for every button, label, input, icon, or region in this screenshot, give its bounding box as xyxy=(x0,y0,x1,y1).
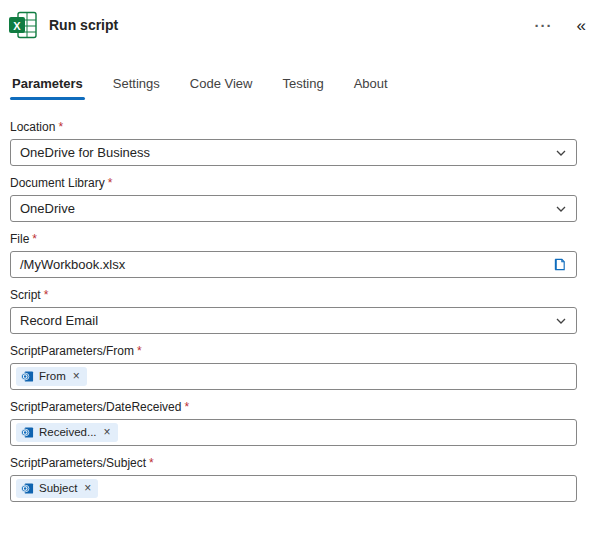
field-file: File* /MyWorkbook.xlsx xyxy=(10,232,577,278)
collapse-panel-button[interactable]: « xyxy=(573,15,590,36)
panel-header: X Run script ··· « xyxy=(0,0,604,44)
remove-token-icon[interactable]: × xyxy=(104,425,111,441)
required-asterisk: * xyxy=(149,456,154,470)
remove-token-icon[interactable]: × xyxy=(73,369,80,385)
dynamic-content-token[interactable]: Received... × xyxy=(16,423,118,443)
field-label: ScriptParameters/From* xyxy=(10,344,577,358)
field-scriptparameters-subject: ScriptParameters/Subject* Subject × xyxy=(10,456,577,502)
tab-parameters[interactable]: Parameters xyxy=(10,72,85,100)
chevron-down-icon xyxy=(555,315,567,327)
run-script-action-panel: X Run script ··· « Parameters Settings C… xyxy=(0,0,604,539)
token-label: Received... xyxy=(39,425,97,440)
parameters-form: Location* OneDrive for Business Document… xyxy=(0,100,604,502)
field-document-library: Document Library* OneDrive xyxy=(10,176,577,222)
field-label: Script* xyxy=(10,288,577,302)
field-label-text: ScriptParameters/From xyxy=(10,344,134,358)
field-label: ScriptParameters/Subject* xyxy=(10,456,577,470)
subject-token-input[interactable]: Subject × xyxy=(10,475,577,502)
field-label-text: ScriptParameters/DateReceived xyxy=(10,400,181,414)
field-label: ScriptParameters/DateReceived* xyxy=(10,400,577,414)
chevron-down-icon xyxy=(555,203,567,215)
token-label: From xyxy=(39,369,66,384)
field-label: Document Library* xyxy=(10,176,577,190)
tab-about[interactable]: About xyxy=(352,72,390,100)
svg-text:X: X xyxy=(13,20,21,32)
field-label: File* xyxy=(10,232,577,246)
select-value: OneDrive xyxy=(20,201,555,216)
tab-settings[interactable]: Settings xyxy=(111,72,162,100)
outlook-icon xyxy=(21,482,34,495)
file-picker-icon[interactable] xyxy=(552,257,567,272)
document-library-select[interactable]: OneDrive xyxy=(10,195,577,222)
select-value: Record Email xyxy=(20,313,555,328)
field-label: Location* xyxy=(10,120,577,134)
field-label-text: File xyxy=(10,232,29,246)
required-asterisk: * xyxy=(184,400,189,414)
location-select[interactable]: OneDrive for Business xyxy=(10,139,577,166)
file-input[interactable]: /MyWorkbook.xlsx xyxy=(10,251,577,278)
field-label-text: Document Library xyxy=(10,176,105,190)
tab-bar: Parameters Settings Code View Testing Ab… xyxy=(0,44,604,100)
excel-icon: X xyxy=(8,10,38,40)
script-select[interactable]: Record Email xyxy=(10,307,577,334)
tab-testing[interactable]: Testing xyxy=(280,72,325,100)
required-asterisk: * xyxy=(108,176,113,190)
field-location: Location* OneDrive for Business xyxy=(10,120,577,166)
from-token-input[interactable]: From × xyxy=(10,363,577,390)
tab-code-view[interactable]: Code View xyxy=(188,72,255,100)
field-label-text: ScriptParameters/Subject xyxy=(10,456,146,470)
datereceived-token-input[interactable]: Received... × xyxy=(10,419,577,446)
header-actions: ··· « xyxy=(531,15,590,36)
remove-token-icon[interactable]: × xyxy=(84,481,91,497)
chevron-down-icon xyxy=(555,147,567,159)
outlook-icon xyxy=(21,426,34,439)
field-scriptparameters-datereceived: ScriptParameters/DateReceived* Received.… xyxy=(10,400,577,446)
outlook-icon xyxy=(21,370,34,383)
required-asterisk: * xyxy=(58,120,63,134)
field-scriptparameters-from: ScriptParameters/From* From × xyxy=(10,344,577,390)
dynamic-content-token[interactable]: From × xyxy=(16,367,87,387)
file-input-value: /MyWorkbook.xlsx xyxy=(20,257,552,272)
token-label: Subject xyxy=(39,481,77,496)
select-value: OneDrive for Business xyxy=(20,145,555,160)
field-script: Script* Record Email xyxy=(10,288,577,334)
required-asterisk: * xyxy=(137,344,142,358)
dynamic-content-token[interactable]: Subject × xyxy=(16,479,98,499)
page-title: Run script xyxy=(49,17,118,33)
required-asterisk: * xyxy=(32,232,37,246)
required-asterisk: * xyxy=(44,288,49,302)
field-label-text: Location xyxy=(10,120,55,134)
field-label-text: Script xyxy=(10,288,41,302)
more-menu-button[interactable]: ··· xyxy=(531,16,557,35)
